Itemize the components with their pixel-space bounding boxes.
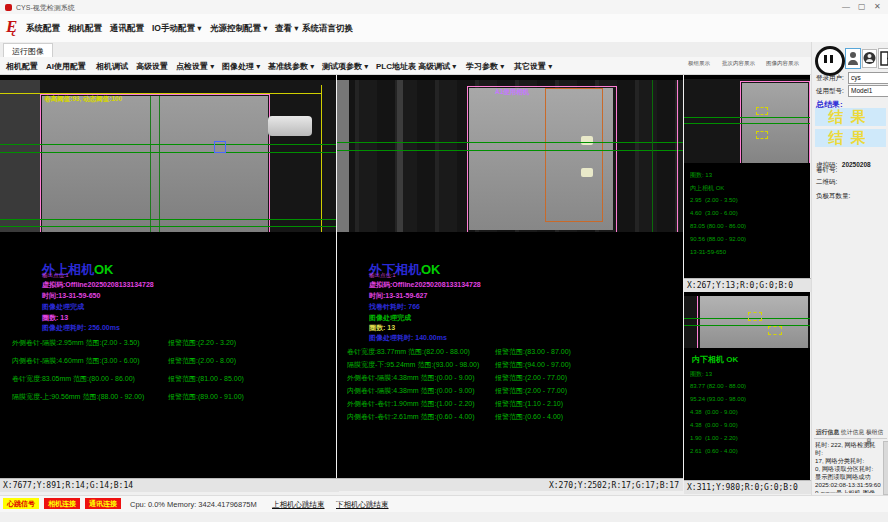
menu-view[interactable]: 查看 ▾ [275, 23, 299, 35]
overlay-yellow-line [0, 93, 322, 94]
login-value-field[interactable]: cys [848, 72, 888, 84]
thumb-top-line-2: 2.95 (2.00 - 3.50) [690, 197, 738, 203]
right-sidebar: 登录用户: cys 使用型号: Model1 总结果: 结果 结果 虚拟码: 2… [811, 42, 888, 495]
thumb-bottom-coord-bar: X:311;Y:980;R:0;G:0;B:0 [684, 480, 813, 494]
mid-measure-3: 内侧卷针-隔膜:4.38mm 范围:(0.00 - 9.00) [347, 386, 475, 396]
tool-spot-check[interactable]: 点检设置 ▾ [176, 61, 214, 72]
thumb-tab-batch-display[interactable]: 批次内容展示 [722, 60, 755, 67]
mid-alarm-0: 报警范围:(83.00 - 87.00) [495, 347, 571, 357]
roi-orange-box [545, 88, 603, 222]
user-button-dark[interactable] [862, 49, 877, 68]
model-label: 使用型号: [816, 87, 844, 96]
log-tab-run[interactable]: 运行信息 [816, 428, 839, 437]
heartbeat-badge: 心跳信号 [3, 498, 39, 509]
left-measure-0: 外侧卷针-隔膜:2.95mm 范围:(2.00 - 3.50) [12, 338, 140, 348]
toolbar: 相机配置 AI使用配置 相机调试 高级设置 点检设置 ▾ 图像处理 ▾ 基准线参… [0, 57, 888, 75]
minimize-icon[interactable]: — [842, 2, 850, 11]
menu-camera-config[interactable]: 相机配置 [68, 23, 102, 35]
menu-comm-config[interactable]: 通讯配置 [110, 23, 144, 35]
thumb-yellow-mark-2 [756, 131, 768, 139]
comm-link-badge: 通讯连接 [85, 498, 121, 509]
tool-adv-settings[interactable]: 高级设置 [136, 61, 168, 72]
brand-logo: Ę [6, 17, 17, 37]
mid-cam-ok: OK [421, 262, 441, 277]
mid-measure-1: 隔膜宽度-下:95.24mm 范围:(93.00 - 98.00) [347, 360, 479, 370]
log-scrollbar[interactable] [883, 441, 888, 495]
thumb-top-panel: 圈数: 13 内上相机 OK 2.95 (2.00 - 3.50) 4.60 (… [684, 75, 810, 278]
thumb-bottom-line-3: 4.38 (0.00 - 9.00) [690, 409, 738, 415]
tool-image-proc[interactable]: 图像处理 ▾ [222, 61, 260, 72]
run-log-text: 耗时: 222, 网络检测耗时: 17, 网络分类耗时: 0, 网络读取分区耗时… [815, 441, 881, 493]
mid-camera-image[interactable]: A1使用相机 [337, 80, 683, 232]
upper-cam-heartbeat-link[interactable]: 上相机心跳结束 [272, 500, 325, 510]
left-measure-1: 内侧卷针-隔膜:4.60mm 范围:(3.00 - 6.00) [12, 356, 140, 366]
left-cam-barcode: 虚拟码:Offline20250208133134728 [42, 280, 154, 290]
pause-icon [824, 55, 827, 63]
thumb-top-line-4: 83.05 (80.00 - 86.00) [690, 223, 746, 229]
tool-test-params[interactable]: 测试项参数 ▾ [322, 61, 368, 72]
tool-other-settings[interactable]: 其它设置 ▾ [514, 61, 552, 72]
mid-alarm-2: 报警范围:(2.00 - 77.00) [495, 373, 567, 383]
needle-no-label: 卷针号: [816, 166, 837, 175]
mid-camera-panel: A1使用相机 外下相机OK 输出点位:1 虚拟码:Offline20250208… [337, 75, 683, 478]
mid-cam-done: 图像处理完成 [369, 313, 411, 323]
mid-coord-bar: X:270;Y:2502;R:17;G:17;B:17 [337, 478, 683, 491]
thumb-bottom-image[interactable] [684, 296, 810, 348]
thumb-top-line-6: 13-31-59-650 [690, 249, 726, 255]
thumb-bottom-line-2: 95.24 (93.00 - 98.00) [690, 396, 746, 402]
menu-light-control[interactable]: 光源控制配置 ▾ [210, 23, 268, 35]
mid-alarm-3: 报警范围:(2.00 - 77.00) [495, 386, 567, 396]
menu-language-switch[interactable]: 系统语言切换 [302, 23, 353, 35]
tool-camera-config[interactable]: 相机配置 [6, 61, 38, 72]
bright-spot-2 [581, 168, 593, 177]
bright-spot-1 [581, 136, 593, 145]
mid-alarm-1: 报警范围:(94.00 - 97.00) [495, 360, 571, 370]
camera-link-badge: 相机连接 [44, 498, 80, 509]
tool-camera-debug[interactable]: 相机调试 [96, 61, 128, 72]
roi-pink-box [40, 94, 270, 232]
log-tab-stats[interactable]: 统计信息 [841, 428, 864, 437]
thumb-top-image[interactable] [684, 79, 810, 163]
thumb-top-coord-bar: X:267;Y:13;R:0;G:0;B:0 [684, 278, 813, 292]
menu-io-manual[interactable]: IO手动配置 ▾ [152, 23, 202, 35]
left-camera-image[interactable]: 卷高阈值:93, 动态阈值:100 [0, 80, 336, 232]
thumb-bottom-line-6: 2.61 (0.60 - 4.00) [690, 448, 738, 454]
lower-cam-heartbeat-link[interactable]: 下相机心跳结束 [336, 500, 389, 510]
left-cam-sub: 输出点位:1 [42, 272, 69, 279]
left-coord-bar: X:7677;Y:891;R:14;G:14;B:14 [0, 478, 339, 492]
logout-button[interactable] [878, 48, 888, 69]
tab-strip: 运行图像 [0, 42, 888, 58]
maximize-icon[interactable]: ▢ [858, 2, 866, 11]
left-cam-turns: 圈数: 13 [42, 313, 68, 323]
user-button-active[interactable] [845, 48, 861, 69]
detect-marker [214, 141, 226, 153]
left-alarm-3: 报警范围:(89.00 - 91.00) [168, 392, 244, 402]
app-window: CYS-视觉检测系统 — ▢ ✕ Ę 系统配置 相机配置 通讯配置 IO手动配置… [0, 0, 888, 522]
tool-adv-debug[interactable]: 高级调试 ▾ [418, 61, 456, 72]
log-tab-bar: 运行信息 统计信息 极组信息 [814, 428, 887, 439]
tool-learn-params[interactable]: 学习参数 ▾ [466, 61, 504, 72]
thumb-top-line-3: 4.60 (3.00 - 6.00) [690, 210, 738, 216]
tool-plc-table[interactable]: PLC地址表 [376, 61, 416, 72]
mid-measure-2: 外侧卷针-隔膜:4.38mm 范围:(0.00 - 9.00) [347, 373, 475, 383]
menu-system-config[interactable]: 系统配置 [26, 23, 60, 35]
close-icon[interactable]: ✕ [874, 2, 881, 11]
tool-ai-config[interactable]: AI使用配置 [46, 61, 86, 72]
model-value-field[interactable]: Model1 [848, 85, 888, 97]
thumb-tab-image-display[interactable]: 图像内容展示 [766, 60, 799, 67]
thumb-bottom-line-1: 83.77 (82.00 - 88.00) [690, 383, 746, 389]
mid-cam-time: 时间:13-31-59-627 [369, 291, 427, 301]
thumb-tab-group-display[interactable]: 极组展示 [688, 60, 710, 67]
thumb-bottom-line-4: 4.38 (0.00 - 9.00) [690, 422, 738, 428]
tool-baseline[interactable]: 基准线参数 ▾ [268, 61, 314, 72]
left-measure-3: 隔膜宽度-上:90.56mm 范围:(88.00 - 92.00) [12, 392, 144, 402]
thumb-bottom-ok: 内下相机 OK [692, 354, 738, 365]
left-camera-panel: 卷高阈值:93, 动态阈值:100 外上相机OK 输出点位:1 虚拟码:Offl… [0, 75, 336, 478]
pause-button[interactable] [815, 46, 845, 76]
thumb-yellow-mark-1 [756, 107, 768, 115]
login-label: 登录用户: [816, 74, 844, 83]
mid-cam-barcode: 虚拟码:Offline20250208133134728 [369, 280, 481, 290]
roller-object [268, 116, 312, 136]
thumb-top-line-1: 内上相机 OK [690, 184, 724, 193]
left-cam-ok: OK [94, 262, 114, 277]
